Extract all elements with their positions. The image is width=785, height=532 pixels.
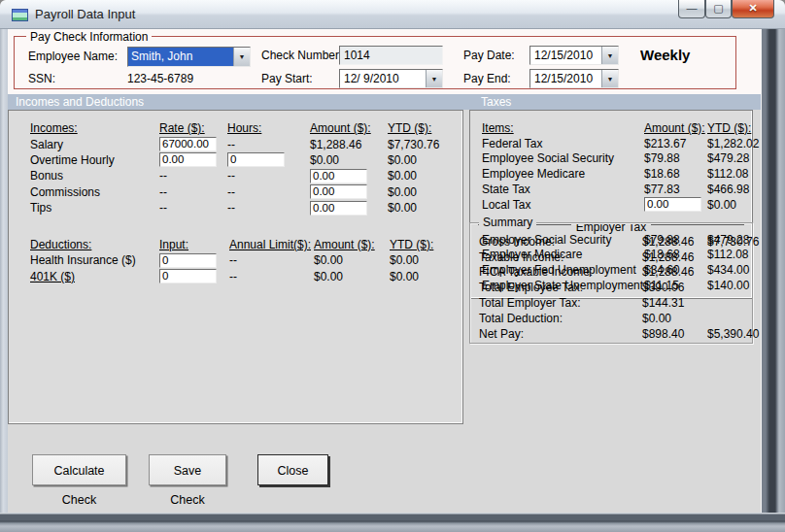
row-ytd: $7,730.76 bbox=[388, 138, 462, 151]
row-amount: $1,288.46 bbox=[310, 138, 388, 151]
incomes-deductions-panel: Incomes: Rate ($): Hours: Amount ($): YT… bbox=[8, 110, 463, 424]
window-title: Payroll Data Input bbox=[35, 7, 135, 21]
salary-rate-input[interactable]: 67000.00 bbox=[159, 137, 217, 151]
summary-row-employer-tax: Total Employer Tax: $144.31 bbox=[470, 295, 752, 311]
local-tax-input[interactable]: 0.00 bbox=[644, 197, 701, 212]
row-label: Employee Medicare bbox=[482, 167, 644, 181]
row-label: Total Deduction: bbox=[479, 312, 642, 325]
row-hours: -- bbox=[227, 185, 310, 199]
close-window-button[interactable]: ✕ bbox=[732, 0, 774, 18]
row-amount: $1,288.46 bbox=[642, 235, 707, 249]
row-ytd: $0.00 bbox=[707, 198, 752, 212]
employee-name-label: Employee Name: bbox=[28, 50, 118, 63]
row-hours: -- bbox=[227, 138, 310, 151]
paycheck-info-strip: Pay Check Information Employee Name: Smi… bbox=[8, 29, 761, 94]
overtime-hours-input[interactable]: 0 bbox=[227, 152, 285, 167]
chevron-down-icon[interactable]: ▼ bbox=[426, 70, 442, 87]
row-hours: -- bbox=[227, 201, 310, 215]
chevron-down-icon[interactable]: ▼ bbox=[233, 48, 250, 66]
row-amount: $0.00 bbox=[642, 312, 707, 325]
row-amount: $390.06 bbox=[642, 281, 707, 294]
row-label: Taxable Income: bbox=[479, 250, 642, 264]
employee-name-combobox[interactable]: Smith, John ▼ bbox=[127, 47, 251, 67]
maximize-button[interactable]: ▢ bbox=[705, 0, 732, 18]
income-row-bonus: Bonus -- -- 0.00 $0.00 bbox=[9, 168, 462, 183]
check-number-label: Check Number: bbox=[261, 49, 342, 62]
row-rate: -- bbox=[159, 201, 227, 215]
row-amount: $77.83 bbox=[644, 183, 707, 196]
col-amount: Amount ($): bbox=[644, 121, 707, 135]
pay-start-label: Pay Start: bbox=[261, 72, 313, 85]
taxes-header-row: Items: Amount ($): YTD ($): bbox=[470, 120, 752, 136]
overtime-rate-input[interactable]: 0.00 bbox=[159, 152, 217, 167]
chevron-down-icon[interactable]: ▼ bbox=[601, 47, 618, 64]
window-frame-left bbox=[0, 29, 8, 513]
summary-row-deduction: Total Deduction: $0.00 bbox=[470, 311, 752, 326]
income-row-commissions: Commissions -- -- 0.00 $0.00 bbox=[9, 184, 462, 200]
pay-end-picker[interactable]: 12/15/2010 ▼ bbox=[529, 69, 619, 88]
minimize-button[interactable]: — bbox=[678, 0, 705, 18]
pay-end-label: Pay End: bbox=[463, 72, 511, 85]
401k-input[interactable]: 0 bbox=[159, 269, 217, 283]
row-label: Commissions bbox=[30, 185, 159, 199]
employee-name-value: Smith, John bbox=[128, 48, 233, 66]
check-number-field[interactable]: 1014 bbox=[339, 46, 443, 65]
col-ytd: YTD ($): bbox=[390, 238, 462, 251]
row-ytd: $0.00 bbox=[388, 153, 462, 167]
summary-row-fica: FICA Taxable Income: $1,288.46 bbox=[470, 265, 752, 281]
row-amount: $213.67 bbox=[644, 137, 707, 150]
col-ytd: YTD ($): bbox=[388, 121, 462, 135]
row-amount: $1,288.46 bbox=[642, 265, 707, 279]
row-rate: -- bbox=[159, 185, 227, 199]
health-insurance-input[interactable]: 0 bbox=[159, 253, 217, 268]
pay-date-label: Pay Date: bbox=[463, 49, 515, 62]
pay-date-picker[interactable]: 12/15/2010 ▼ bbox=[529, 46, 619, 65]
payroll-window: Payroll Data Input — ▢ ✕ Pay Check Infor… bbox=[0, 0, 785, 532]
tax-row-employee-medicare: Employee Medicare $18.68 $112.08 bbox=[470, 166, 752, 182]
col-amount: Amount ($): bbox=[314, 238, 390, 251]
pay-start-value: 12/ 9/2010 bbox=[340, 70, 426, 87]
save-check-button[interactable]: Save Check bbox=[149, 454, 226, 485]
title-bar[interactable]: Payroll Data Input — ▢ ✕ bbox=[0, 0, 785, 29]
row-hours: -- bbox=[227, 169, 310, 183]
tips-amount-input[interactable]: 0.00 bbox=[310, 201, 367, 216]
row-label: Overtime Hourly bbox=[30, 153, 159, 167]
row-annual-limit: -- bbox=[229, 270, 314, 283]
paycheck-group-title: Pay Check Information bbox=[26, 30, 152, 44]
row-ytd: $0.00 bbox=[390, 270, 462, 283]
row-rate: -- bbox=[159, 169, 227, 183]
row-label: Employee Social Security bbox=[482, 151, 644, 165]
row-ytd: $1,282.02 bbox=[707, 137, 759, 150]
income-row-overtime: Overtime Hourly 0.00 0 $0.00 $0.00 bbox=[9, 152, 462, 168]
pay-start-picker[interactable]: 12/ 9/2010 ▼ bbox=[339, 69, 443, 88]
paycheck-info-group: Pay Check Information Employee Name: Smi… bbox=[14, 36, 736, 89]
app-window-icon bbox=[12, 9, 28, 21]
col-rate: Rate ($): bbox=[159, 121, 227, 135]
row-label: Local Tax bbox=[482, 198, 644, 212]
row-ytd: $112.08 bbox=[707, 167, 752, 181]
calculate-check-button[interactable]: Calculate Check bbox=[32, 454, 126, 485]
incomes-section-header: Incomes and Deductions bbox=[16, 94, 144, 110]
section-header-band: Incomes and Deductions Taxes bbox=[8, 94, 761, 110]
deductions-header-row: Deductions: Input: Annual Limit($): Amou… bbox=[9, 236, 462, 252]
taxes-section-header: Taxes bbox=[481, 94, 511, 110]
row-label: Health Insurance ($) bbox=[30, 253, 159, 267]
summary-row-net-pay: Net Pay: $898.40 $5,390.40 bbox=[470, 326, 752, 342]
summary-row-employee-tax: Total Employee Tax: $390.06 bbox=[470, 280, 752, 295]
row-ytd: $0.00 bbox=[388, 169, 462, 183]
close-button[interactable]: Close bbox=[257, 454, 328, 485]
row-amount: $18.68 bbox=[644, 167, 707, 181]
summary-group: Summary Gross Income: $1,288.46 $7,730.7… bbox=[469, 222, 753, 344]
summary-row-taxable: Taxable Income: $1,288.46 bbox=[470, 249, 752, 265]
bonus-amount-input[interactable]: 0.00 bbox=[310, 169, 367, 183]
row-amount: $79.88 bbox=[644, 151, 707, 165]
summary-row-gross: Gross Income: $1,288.46 $7,730.76 bbox=[470, 234, 752, 249]
commissions-amount-input[interactable]: 0.00 bbox=[310, 184, 367, 199]
tax-row-federal: Federal Tax $213.67 $1,282.02 bbox=[470, 136, 752, 151]
row-amount: $0.00 bbox=[314, 253, 390, 267]
chevron-down-icon[interactable]: ▼ bbox=[601, 70, 618, 87]
row-ytd: $0.00 bbox=[388, 185, 462, 199]
income-row-salary: Salary 67000.00 -- $1,288.46 $7,730.76 bbox=[9, 136, 462, 151]
401k-link[interactable]: 401K ($) bbox=[30, 270, 159, 283]
tax-row-employee-ss: Employee Social Security $79.88 $479.28 bbox=[470, 151, 752, 167]
